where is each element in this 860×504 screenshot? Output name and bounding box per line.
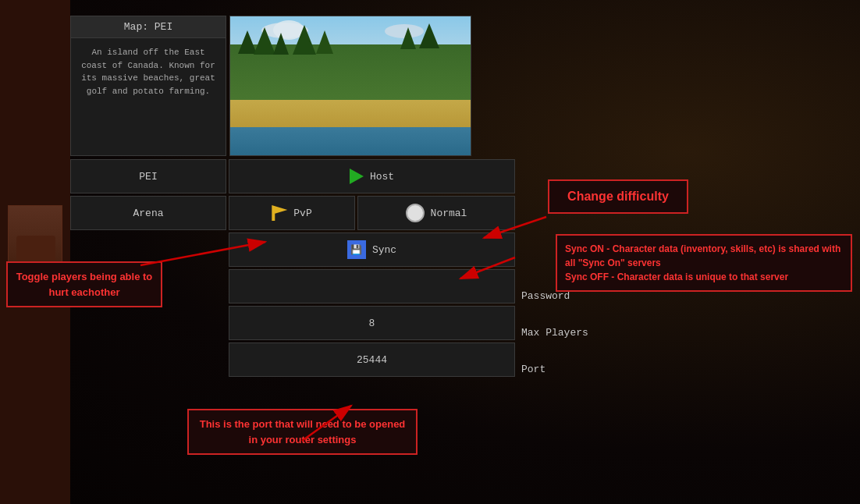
host-label: Host	[370, 171, 394, 183]
port-annotation: This is the port that will need to be op…	[187, 409, 418, 455]
difficulty-cell[interactable]: Normal	[357, 196, 515, 230]
port-right-label: Port	[515, 352, 588, 386]
change-difficulty-text: Change difficulty	[567, 190, 669, 203]
map-name-cell[interactable]: PEI	[70, 159, 226, 193]
port-annotation-text: This is the port that will need to be op…	[200, 418, 406, 445]
sync-annotation: Sync ON - Character data (inventory, ski…	[556, 234, 852, 292]
map-title: Map: PEI	[71, 16, 226, 38]
port-row: 25444	[70, 343, 515, 377]
password-value-cell[interactable]	[229, 269, 515, 303]
arena-cell[interactable]: Arena	[70, 196, 226, 230]
max-players-right-label: Max Players	[515, 315, 588, 350]
difficulty-toggle-icon[interactable]	[406, 204, 425, 222]
max-players-value: 8	[369, 318, 375, 329]
port-value-cell[interactable]: 25444	[229, 343, 515, 377]
pvp-flag-icon	[272, 205, 287, 221]
right-labels-column: Password Max Players Port	[515, 279, 588, 386]
toggle-pvp-annotation: Toggle players being able to hurt eachot…	[6, 261, 162, 307]
host-cell[interactable]: Host	[229, 159, 515, 193]
map-host-row: PEI Host	[70, 159, 515, 193]
main-ui-panel: Map: PEI An island off the East coast of…	[70, 16, 515, 377]
map-section: Map: PEI An island off the East coast of…	[70, 16, 515, 156]
host-arrow-icon	[350, 169, 364, 184]
max-players-value-cell[interactable]: 8	[229, 306, 515, 340]
sync-cell[interactable]: 💾 Sync	[229, 232, 515, 267]
map-info-panel: Map: PEI An island off the East coast of…	[70, 16, 226, 156]
password-input[interactable]	[229, 281, 514, 293]
map-description: An island off the East coast of Canada. …	[71, 38, 226, 105]
difficulty-label: Normal	[431, 208, 467, 219]
left-panel	[0, 0, 70, 504]
map-name-label: PEI	[139, 171, 157, 183]
map-thumbnail	[229, 16, 471, 156]
sync-label: Sync	[372, 244, 396, 256]
arena-label: Arena	[133, 208, 163, 219]
pvp-label: PvP	[293, 208, 311, 219]
pvp-row: Arena PvP Normal	[70, 196, 515, 230]
max-players-row: 8	[70, 306, 515, 340]
toggle-pvp-text: Toggle players being able to hurt eachot…	[16, 271, 153, 298]
sync-icon: 💾	[347, 240, 366, 259]
pvp-cell[interactable]: PvP	[229, 196, 355, 230]
change-difficulty-annotation: Change difficulty	[548, 179, 688, 214]
sync-annotation-text: Sync ON - Character data (inventory, ski…	[565, 243, 840, 282]
port-value: 25444	[357, 354, 387, 366]
